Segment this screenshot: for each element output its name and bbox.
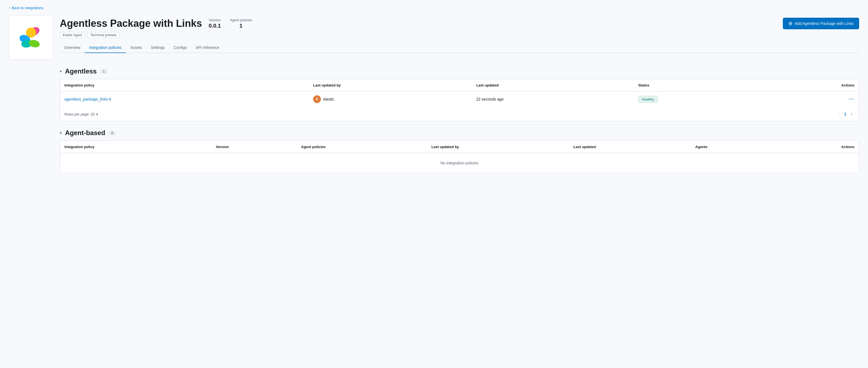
agentless-count-badge: 1 [100, 69, 107, 74]
user-avatar: E [313, 95, 321, 103]
ab-col-last-updated: Last updated [569, 141, 691, 153]
page: ‹ Back to integrations [0, 0, 868, 368]
user-name: elastic [323, 97, 334, 101]
agent-based-table-body: No integration policies [60, 153, 859, 173]
main-content: ▾ Agentless 1 Integration policy Last up… [60, 67, 859, 173]
badge-technical-preview: Technical preview [87, 32, 120, 38]
badge-elastic-agent: Elastic Agent [60, 32, 85, 38]
rows-per-page-selector[interactable]: Rows per page: 20 ▾ [64, 112, 98, 116]
status-cell: Healthy [634, 92, 760, 107]
table-row: agentless_package_links-6 E elastic 22 s… [60, 92, 859, 107]
tab-overview[interactable]: Overview [60, 42, 85, 53]
agent-based-table-container: Integration policy Version Agent policie… [60, 141, 859, 173]
agentless-table-footer: Rows per page: 20 ▾ ‹ 1 › [60, 107, 859, 121]
agent-policies-meta: Agent policies 1 [230, 18, 252, 29]
tab-configs[interactable]: Configs [169, 42, 191, 53]
agent-based-section: ▾ Agent-based 0 Integration policy Versi… [60, 129, 859, 173]
col-last-updated-by: Last updated by [309, 79, 472, 92]
agentless-table-header-row: Integration policy Last updated by Last … [60, 79, 859, 92]
rows-per-page-label: Rows per page: 20 [64, 112, 95, 116]
ab-col-version: Version [211, 141, 297, 153]
header-section: Agentless Package with Links Version 0.0… [9, 15, 859, 60]
ab-col-actions: Actions [773, 141, 859, 153]
tabs-nav: Overview Integration policies Assets Set… [60, 42, 859, 53]
agent-based-header-row: Integration policy Version Agent policie… [60, 141, 859, 153]
current-page: 1 [844, 112, 846, 116]
actions-menu-button[interactable]: ··· [849, 96, 855, 102]
package-logo [9, 15, 53, 60]
agent-policies-label: Agent policies [230, 18, 252, 22]
col-last-updated: Last updated [472, 79, 634, 92]
col-integration-policy: Integration policy [60, 79, 309, 92]
title-row: Agentless Package with Links Version 0.0… [60, 18, 783, 29]
agentless-chevron-icon: ▾ [60, 69, 62, 73]
empty-row: No integration policies [60, 153, 859, 173]
agentless-section-header[interactable]: ▾ Agentless 1 [60, 67, 859, 75]
agent-based-table: Integration policy Version Agent policie… [60, 141, 859, 173]
user-cell: E elastic [313, 95, 467, 103]
policy-link[interactable]: agentless_package_links-6 [64, 97, 111, 101]
add-button-label: Add Agentless Package with Links [795, 21, 854, 26]
actions-cell: ··· [760, 92, 859, 107]
tab-settings[interactable]: Settings [146, 42, 169, 53]
agent-based-chevron-icon: ▾ [60, 131, 62, 135]
header-content: Agentless Package with Links Version 0.0… [60, 15, 859, 53]
agentless-section: ▾ Agentless 1 Integration policy Last up… [60, 67, 859, 121]
back-to-integrations-link[interactable]: ‹ Back to integrations [9, 5, 43, 10]
add-icon: ⊕ [788, 21, 793, 27]
agent-based-table-head: Integration policy Version Agent policie… [60, 141, 859, 153]
back-link-label: Back to integrations [12, 6, 43, 10]
col-actions: Actions [760, 79, 859, 92]
agent-based-section-title: Agent-based [65, 129, 105, 137]
add-integration-button[interactable]: ⊕ Add Agentless Package with Links [783, 18, 859, 29]
prev-page-button[interactable]: ‹ [836, 110, 842, 118]
ab-col-policy: Integration policy [60, 141, 211, 153]
agentless-table-body: agentless_package_links-6 E elastic 22 s… [60, 92, 859, 107]
title-meta-group: Agentless Package with Links Version 0.0… [60, 18, 783, 41]
back-arrow-icon: ‹ [9, 5, 10, 10]
agent-policies-value: 1 [240, 23, 243, 29]
ab-col-agents: Agents [691, 141, 773, 153]
pagination: ‹ 1 › [836, 110, 855, 118]
updated-by-cell: E elastic [309, 92, 472, 107]
version-label: Version [209, 18, 221, 22]
last-updated-cell: 22 seconds ago [472, 92, 634, 107]
tab-integration-policies[interactable]: Integration policies [85, 42, 126, 53]
logo-svg [17, 24, 45, 52]
agentless-section-title: Agentless [65, 67, 97, 75]
agent-based-count-badge: 0 [108, 131, 116, 135]
agentless-table: Integration policy Last updated by Last … [60, 79, 859, 107]
header-top-row: Agentless Package with Links Version 0.0… [60, 18, 859, 41]
ab-col-agent-policies: Agent policies [297, 141, 427, 153]
rows-per-page-chevron: ▾ [96, 112, 98, 116]
badges: Elastic Agent Technical preview [60, 32, 783, 38]
ab-col-last-updated-by: Last updated by [427, 141, 569, 153]
version-meta: Version 0.0.1 [209, 18, 221, 29]
tab-api-reference[interactable]: API reference [191, 42, 224, 53]
version-value: 0.0.1 [209, 23, 221, 29]
col-status: Status [634, 79, 760, 92]
tab-assets[interactable]: Assets [126, 42, 146, 53]
meta-group: Version 0.0.1 Agent policies 1 [209, 18, 252, 29]
empty-message: No integration policies [60, 153, 859, 173]
agent-based-section-header[interactable]: ▾ Agent-based 0 [60, 129, 859, 137]
agentless-table-container: Integration policy Last updated by Last … [60, 79, 859, 121]
next-page-button[interactable]: › [849, 110, 855, 118]
agentless-table-head: Integration policy Last updated by Last … [60, 79, 859, 92]
status-badge: Healthy [638, 96, 657, 103]
page-title: Agentless Package with Links [60, 18, 202, 29]
policy-cell: agentless_package_links-6 [60, 92, 309, 107]
